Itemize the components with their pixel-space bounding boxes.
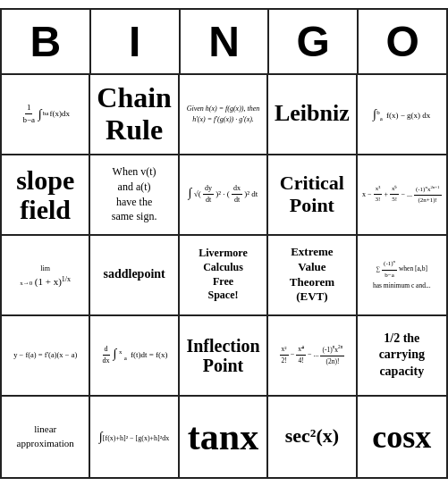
integral-sum-formula: ∫[f(x)+h]² − [g(x)+h]²dx xyxy=(99,427,169,446)
cell-r1c5: ∫ba f(x) − g(x) dx xyxy=(358,75,446,155)
bingo-header: B I N G O xyxy=(2,10,446,75)
cell-r2c3: ∫ √( dy dt )² · ( dx dt )² dt xyxy=(180,155,268,236)
cell-r3c2: saddlepoint xyxy=(90,236,179,316)
header-g: G xyxy=(269,10,359,73)
linear-approx-formula: y − f(a) = f'(a)(x − a) xyxy=(13,349,77,361)
sec2x-text: sec²(x) xyxy=(285,425,339,447)
header-b: B xyxy=(2,10,91,73)
cell-r2c5: x − x³3! + x⁵5! − ... (-1)nx2n+1(2n+1)! xyxy=(358,155,446,236)
header-n: N xyxy=(181,10,270,73)
cell-r3c3: LivermoreCalculusFreeSpace! xyxy=(180,236,268,316)
cell-r1c2: ChainRule xyxy=(90,75,179,155)
cell-r4c4: x² 2! − x⁴ 4! − ... (-1)nx2n (2n)! xyxy=(268,316,357,397)
cell-r1c1: 1 b−a ∫ b a f(x)dx xyxy=(2,75,90,155)
cell-r4c5: 1/2 thecarryingcapacity xyxy=(358,316,446,397)
bingo-grid: 1 b−a ∫ b a f(x)dx ChainRule Given h(x) … xyxy=(2,75,446,477)
chain-rule-text: ChainRule xyxy=(97,82,172,145)
series-formula-3: x² 2! − x⁴ 4! − ... (-1)nx2n (2n)! xyxy=(279,343,344,367)
cell-r3c4: ExtremeValueTheorem(EVT) xyxy=(268,236,357,316)
free-space-text: LivermoreCalculusFreeSpace! xyxy=(199,247,247,302)
cell-r4c3: InflectionPoint xyxy=(180,316,268,397)
slope-field-text: slopefield xyxy=(16,165,74,224)
cell-r4c1: y − f(a) = f'(a)(x − a) xyxy=(2,316,90,397)
cell-r4c2: d dx ∫ x a f(t)dt = f(x) xyxy=(90,316,179,397)
sqrt-formula: ∫ √( dy dt )² · ( dx dt )² dt xyxy=(189,183,258,205)
cell-r1c3: Given h(x) = f(g(x)), then h'(x) = f'(g(… xyxy=(180,75,268,155)
linear-approximation-text: linearapproximation xyxy=(17,423,74,450)
saddlepoint-text: saddlepoint xyxy=(103,267,165,282)
evt-text: ExtremeValueTheorem(EVT) xyxy=(290,245,334,306)
avg-value-formula: 1 b−a ∫ b a f(x)dx xyxy=(21,102,70,127)
vt-at-text: When v(t)and a(t)have thesame sign. xyxy=(112,164,157,224)
cell-r5c2: ∫[f(x)+h]² − [g(x)+h]²dx xyxy=(90,397,179,477)
critical-point-text: CriticalPoint xyxy=(280,172,344,215)
cell-r5c5: cosx xyxy=(358,397,446,477)
ftc-formula: d dx ∫ x a f(t)dt = f(x) xyxy=(101,344,168,366)
bingo-card: B I N G O 1 b−a ∫ b a f(x)dx xyxy=(0,8,448,479)
carrying-capacity-text: 1/2 thecarryingcapacity xyxy=(379,331,425,380)
cell-r5c4: sec²(x) xyxy=(268,397,357,477)
cell-r2c1: slopefield xyxy=(2,155,90,236)
cell-r3c5: ∑ (-1)n b−a when [a,b] has minimum c and… xyxy=(358,236,446,316)
chain-rule-formula: Given h(x) = f(g(x)), then h'(x) = f'(g(… xyxy=(187,104,260,125)
leibniz-formula: ∫ba f(x) − g(x) dx xyxy=(373,105,430,123)
cell-r1c4: Leibniz xyxy=(268,75,357,155)
inflection-point-text: InflectionPoint xyxy=(186,336,259,375)
tanx-text: tanx xyxy=(188,415,258,458)
leibniz-text: Leibniz xyxy=(275,101,350,127)
cell-r3c1: lim x→0 (1 + x)1/x xyxy=(2,236,90,316)
header-o: O xyxy=(359,10,446,73)
limit-e-formula: lim x→0 (1 + x)1/x xyxy=(20,261,71,289)
cell-r5c1: linearapproximation xyxy=(2,397,90,477)
cell-r2c2: When v(t)and a(t)have thesame sign. xyxy=(90,155,179,236)
header-i: I xyxy=(91,10,181,73)
cell-r5c3: tanx xyxy=(180,397,268,477)
cell-r2c4: CriticalPoint xyxy=(268,155,357,236)
series-formula-2: ∑ (-1)n b−a when [a,b] has minimum c and… xyxy=(373,258,431,291)
cosx-text: cosx xyxy=(372,418,431,456)
series-formula-1: x − x³3! + x⁵5! − ... (-1)nx2n+1(2n+1)! xyxy=(362,184,441,205)
